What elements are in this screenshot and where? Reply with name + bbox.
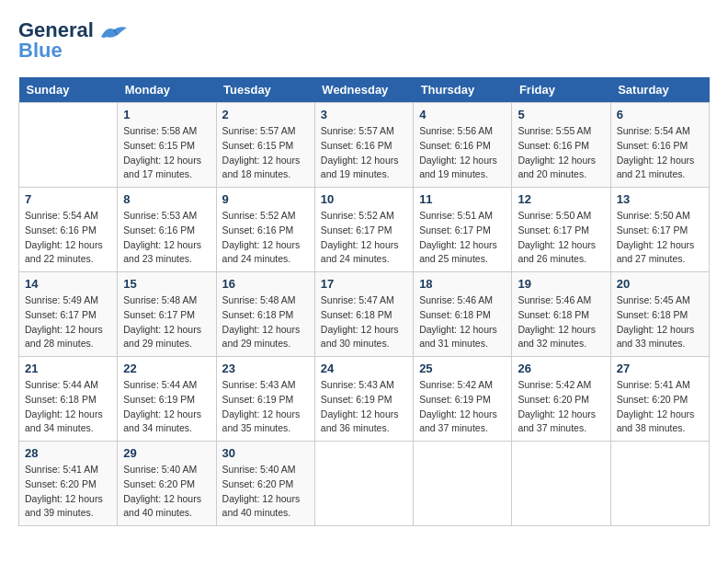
day-info: Sunrise: 5:40 AM Sunset: 6:20 PM Dayligh… bbox=[123, 463, 210, 521]
day-info: Sunrise: 5:48 AM Sunset: 6:17 PM Dayligh… bbox=[123, 293, 210, 351]
day-info: Sunrise: 5:51 AM Sunset: 6:17 PM Dayligh… bbox=[419, 209, 506, 267]
day-number: 24 bbox=[321, 362, 407, 375]
calendar-cell: 15 Sunrise: 5:48 AM Sunset: 6:17 PM Dayl… bbox=[118, 272, 216, 357]
day-number: 9 bbox=[222, 192, 309, 206]
calendar-cell: 4 Sunrise: 5:56 AM Sunset: 6:16 PM Dayli… bbox=[414, 103, 512, 188]
calendar-cell: 27 Sunrise: 5:41 AM Sunset: 6:20 PM Dayl… bbox=[610, 357, 709, 442]
day-info: Sunrise: 5:56 AM Sunset: 6:16 PM Dayligh… bbox=[419, 124, 506, 182]
calendar-week-row: 1 Sunrise: 5:58 AM Sunset: 6:15 PM Dayli… bbox=[19, 103, 710, 188]
day-info: Sunrise: 5:41 AM Sunset: 6:20 PM Dayligh… bbox=[617, 378, 703, 436]
day-number: 4 bbox=[419, 108, 506, 121]
calendar-body: 1 Sunrise: 5:58 AM Sunset: 6:15 PM Dayli… bbox=[19, 103, 710, 526]
day-info: Sunrise: 5:55 AM Sunset: 6:16 PM Dayligh… bbox=[518, 124, 604, 182]
calendar-cell: 24 Sunrise: 5:43 AM Sunset: 6:19 PM Dayl… bbox=[314, 357, 413, 442]
calendar-cell: 19 Sunrise: 5:46 AM Sunset: 6:18 PM Dayl… bbox=[512, 272, 610, 357]
day-number: 23 bbox=[222, 362, 309, 375]
calendar-cell: 17 Sunrise: 5:47 AM Sunset: 6:18 PM Dayl… bbox=[314, 272, 413, 357]
day-info: Sunrise: 5:58 AM Sunset: 6:15 PM Dayligh… bbox=[123, 124, 210, 182]
day-info: Sunrise: 5:49 AM Sunset: 6:17 PM Dayligh… bbox=[25, 293, 111, 351]
weekday-header: Wednesday bbox=[314, 77, 413, 103]
day-info: Sunrise: 5:50 AM Sunset: 6:17 PM Dayligh… bbox=[617, 209, 703, 267]
day-info: Sunrise: 5:41 AM Sunset: 6:20 PM Dayligh… bbox=[25, 463, 111, 521]
day-info: Sunrise: 5:43 AM Sunset: 6:19 PM Dayligh… bbox=[222, 378, 309, 436]
calendar-cell: 22 Sunrise: 5:44 AM Sunset: 6:19 PM Dayl… bbox=[118, 357, 216, 442]
weekday-header: Friday bbox=[512, 77, 610, 103]
day-number: 16 bbox=[222, 277, 309, 291]
calendar-cell: 29 Sunrise: 5:40 AM Sunset: 6:20 PM Dayl… bbox=[118, 442, 216, 526]
logo-bird-icon bbox=[99, 24, 129, 42]
day-number: 22 bbox=[123, 362, 210, 375]
calendar-cell: 1 Sunrise: 5:58 AM Sunset: 6:15 PM Dayli… bbox=[118, 103, 216, 188]
day-number: 1 bbox=[123, 108, 210, 121]
day-info: Sunrise: 5:47 AM Sunset: 6:18 PM Dayligh… bbox=[321, 293, 407, 351]
day-number: 10 bbox=[321, 192, 407, 206]
day-number: 14 bbox=[25, 277, 111, 291]
day-number: 17 bbox=[321, 277, 407, 291]
day-info: Sunrise: 5:50 AM Sunset: 6:17 PM Dayligh… bbox=[518, 209, 604, 267]
calendar-cell: 6 Sunrise: 5:54 AM Sunset: 6:16 PM Dayli… bbox=[610, 103, 709, 188]
day-info: Sunrise: 5:43 AM Sunset: 6:19 PM Dayligh… bbox=[321, 378, 407, 436]
day-number: 25 bbox=[419, 362, 506, 375]
calendar-cell: 14 Sunrise: 5:49 AM Sunset: 6:17 PM Dayl… bbox=[19, 272, 118, 357]
day-number: 28 bbox=[25, 446, 111, 460]
calendar-cell: 21 Sunrise: 5:44 AM Sunset: 6:18 PM Dayl… bbox=[19, 357, 118, 442]
calendar-cell: 20 Sunrise: 5:45 AM Sunset: 6:18 PM Dayl… bbox=[610, 272, 709, 357]
day-info: Sunrise: 5:44 AM Sunset: 6:19 PM Dayligh… bbox=[123, 378, 210, 436]
day-info: Sunrise: 5:57 AM Sunset: 6:16 PM Dayligh… bbox=[321, 124, 407, 182]
weekday-header: Tuesday bbox=[216, 77, 314, 103]
day-number: 11 bbox=[419, 192, 506, 206]
day-number: 26 bbox=[518, 362, 604, 375]
day-info: Sunrise: 5:54 AM Sunset: 6:16 PM Dayligh… bbox=[617, 124, 703, 182]
calendar-cell: 26 Sunrise: 5:42 AM Sunset: 6:20 PM Dayl… bbox=[512, 357, 610, 442]
day-info: Sunrise: 5:54 AM Sunset: 6:16 PM Dayligh… bbox=[25, 209, 111, 267]
day-info: Sunrise: 5:52 AM Sunset: 6:17 PM Dayligh… bbox=[321, 209, 407, 267]
day-info: Sunrise: 5:57 AM Sunset: 6:15 PM Dayligh… bbox=[222, 124, 309, 182]
calendar-cell: 8 Sunrise: 5:53 AM Sunset: 6:16 PM Dayli… bbox=[118, 188, 216, 272]
calendar-cell: 10 Sunrise: 5:52 AM Sunset: 6:17 PM Dayl… bbox=[314, 188, 413, 272]
day-number: 19 bbox=[518, 277, 604, 291]
calendar-cell bbox=[414, 442, 512, 526]
calendar-cell: 13 Sunrise: 5:50 AM Sunset: 6:17 PM Dayl… bbox=[610, 188, 709, 272]
day-number: 3 bbox=[321, 108, 407, 121]
calendar-cell: 7 Sunrise: 5:54 AM Sunset: 6:16 PM Dayli… bbox=[19, 188, 118, 272]
calendar-cell: 5 Sunrise: 5:55 AM Sunset: 6:16 PM Dayli… bbox=[512, 103, 610, 188]
weekday-header: Sunday bbox=[19, 77, 118, 103]
day-info: Sunrise: 5:46 AM Sunset: 6:18 PM Dayligh… bbox=[419, 293, 506, 351]
day-info: Sunrise: 5:46 AM Sunset: 6:18 PM Dayligh… bbox=[518, 293, 604, 351]
calendar-cell: 18 Sunrise: 5:46 AM Sunset: 6:18 PM Dayl… bbox=[414, 272, 512, 357]
day-info: Sunrise: 5:53 AM Sunset: 6:16 PM Dayligh… bbox=[123, 209, 210, 267]
day-number: 21 bbox=[25, 362, 111, 375]
day-number: 2 bbox=[222, 108, 309, 121]
weekday-header: Monday bbox=[118, 77, 216, 103]
day-number: 13 bbox=[617, 192, 703, 206]
calendar-cell: 23 Sunrise: 5:43 AM Sunset: 6:19 PM Dayl… bbox=[216, 357, 314, 442]
calendar-cell: 12 Sunrise: 5:50 AM Sunset: 6:17 PM Dayl… bbox=[512, 188, 610, 272]
day-number: 30 bbox=[222, 446, 309, 460]
day-info: Sunrise: 5:40 AM Sunset: 6:20 PM Dayligh… bbox=[222, 463, 309, 521]
day-number: 7 bbox=[25, 192, 111, 206]
day-number: 8 bbox=[123, 192, 210, 206]
day-info: Sunrise: 5:45 AM Sunset: 6:18 PM Dayligh… bbox=[617, 293, 703, 351]
day-number: 18 bbox=[419, 277, 506, 291]
day-info: Sunrise: 5:42 AM Sunset: 6:20 PM Dayligh… bbox=[518, 378, 604, 436]
logo: General Blue bbox=[18, 18, 129, 63]
calendar-week-row: 14 Sunrise: 5:49 AM Sunset: 6:17 PM Dayl… bbox=[19, 272, 710, 357]
calendar-cell bbox=[314, 442, 413, 526]
day-number: 27 bbox=[617, 362, 703, 375]
day-info: Sunrise: 5:42 AM Sunset: 6:19 PM Dayligh… bbox=[419, 378, 506, 436]
calendar-header-row: SundayMondayTuesdayWednesdayThursdayFrid… bbox=[19, 77, 710, 103]
page-header: General Blue bbox=[18, 18, 710, 63]
calendar-cell: 16 Sunrise: 5:48 AM Sunset: 6:18 PM Dayl… bbox=[216, 272, 314, 357]
calendar-cell: 3 Sunrise: 5:57 AM Sunset: 6:16 PM Dayli… bbox=[314, 103, 413, 188]
day-info: Sunrise: 5:48 AM Sunset: 6:18 PM Dayligh… bbox=[222, 293, 309, 351]
day-info: Sunrise: 5:52 AM Sunset: 6:16 PM Dayligh… bbox=[222, 209, 309, 267]
calendar-week-row: 7 Sunrise: 5:54 AM Sunset: 6:16 PM Dayli… bbox=[19, 188, 710, 272]
calendar-cell: 11 Sunrise: 5:51 AM Sunset: 6:17 PM Dayl… bbox=[414, 188, 512, 272]
day-number: 29 bbox=[123, 446, 210, 460]
day-number: 5 bbox=[518, 108, 604, 121]
day-number: 6 bbox=[617, 108, 703, 121]
calendar-cell: 9 Sunrise: 5:52 AM Sunset: 6:16 PM Dayli… bbox=[216, 188, 314, 272]
calendar-table: SundayMondayTuesdayWednesdayThursdayFrid… bbox=[18, 77, 710, 526]
calendar-cell: 25 Sunrise: 5:42 AM Sunset: 6:19 PM Dayl… bbox=[414, 357, 512, 442]
day-number: 12 bbox=[518, 192, 604, 206]
